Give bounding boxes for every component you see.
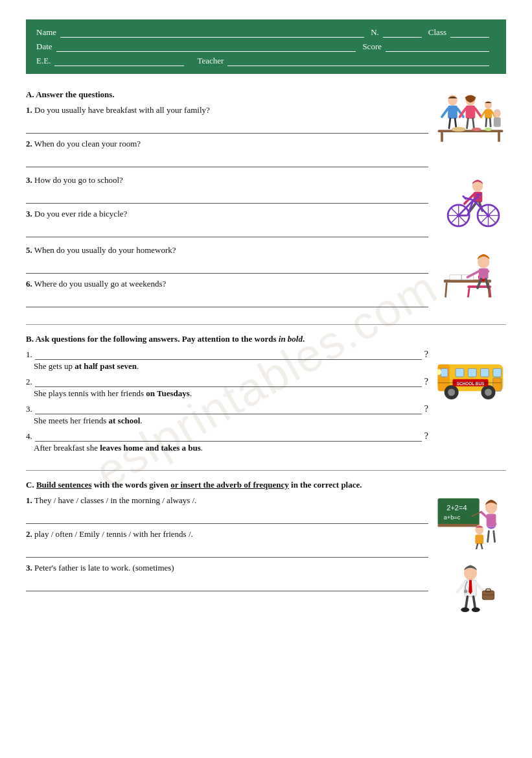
c-q2-text: 2. play / often / Emily / tennis / with … bbox=[26, 529, 428, 539]
divider-bc bbox=[26, 470, 506, 471]
b-num-1: 1. bbox=[26, 349, 32, 360]
doctor-illustration bbox=[435, 562, 506, 616]
svg-rect-22 bbox=[498, 132, 500, 142]
svg-rect-72 bbox=[493, 368, 502, 377]
svg-rect-19 bbox=[494, 117, 501, 127]
b-qmark-4: ? bbox=[424, 431, 428, 442]
question-a4: 3. Do you ever ride a bicycle? bbox=[26, 209, 428, 219]
svg-line-4 bbox=[449, 119, 450, 128]
svg-rect-13 bbox=[485, 109, 492, 119]
b-num-3: 3. bbox=[26, 404, 32, 414]
svg-rect-20 bbox=[438, 130, 503, 132]
svg-point-24 bbox=[472, 128, 481, 131]
answer-line-a1 bbox=[26, 122, 428, 134]
svg-rect-70 bbox=[468, 368, 476, 377]
svg-line-17 bbox=[490, 119, 491, 126]
question-a6: 6. Where do you usually go at weekends? bbox=[26, 279, 428, 289]
svg-point-107 bbox=[472, 607, 480, 611]
svg-line-99 bbox=[457, 583, 465, 592]
b-item-3: 3. ? She meets her friends at school. bbox=[26, 404, 428, 426]
b-item-2: 2. ? She plays tennis with her friends o… bbox=[26, 377, 428, 399]
answer-line-a2 bbox=[26, 156, 428, 167]
b-answer-3: She meets her friends at school. bbox=[26, 416, 428, 426]
svg-text:SCHOOL BUS: SCHOOL BUS bbox=[457, 381, 485, 386]
b-answer-1: She gets up at half past seven. bbox=[26, 361, 428, 372]
class-label: Class bbox=[428, 27, 446, 38]
svg-line-105 bbox=[474, 597, 476, 608]
svg-rect-83 bbox=[438, 524, 480, 527]
section-c-adverb: or insert the adverb of frequency bbox=[170, 480, 289, 490]
svg-point-25 bbox=[485, 128, 492, 131]
svg-line-92 bbox=[494, 531, 495, 542]
b-qmark-1: ? bbox=[424, 349, 428, 360]
svg-line-5 bbox=[455, 119, 456, 128]
q-num: 2. bbox=[26, 139, 32, 148]
score-label: Score bbox=[362, 41, 382, 52]
svg-rect-82 bbox=[438, 499, 480, 525]
b-qmark-2: ? bbox=[424, 377, 428, 387]
svg-point-78 bbox=[437, 369, 441, 375]
ee-label: E.E. bbox=[36, 56, 51, 66]
b-num-4: 4. bbox=[26, 431, 32, 442]
svg-line-14 bbox=[481, 112, 485, 117]
svg-point-106 bbox=[461, 607, 469, 611]
svg-line-2 bbox=[442, 108, 448, 117]
c-q3-text: 3. Peter's father is late to work. (some… bbox=[26, 563, 428, 573]
teacher-illustration: 2+2=4 a+b=c bbox=[435, 495, 506, 549]
c-answer-line-1 bbox=[26, 512, 428, 524]
svg-point-108 bbox=[464, 589, 468, 593]
section-b: B. Ask questions for the following answe… bbox=[26, 334, 506, 458]
svg-rect-69 bbox=[456, 368, 464, 377]
svg-line-96 bbox=[481, 544, 483, 549]
b-answer-2: She plays tennis with her friends on Tue… bbox=[26, 388, 428, 399]
section-a: A. Answer the questions. 1. Do you usual… bbox=[26, 89, 506, 313]
c-images: 2+2=4 a+b=c bbox=[435, 495, 506, 615]
svg-line-10 bbox=[467, 119, 468, 128]
header-box: Name N. Class Date Score E.E. Teacher bbox=[26, 19, 506, 74]
c-item-3: 3. Peter's father is late to work. (some… bbox=[26, 563, 428, 591]
section-c-title: C. Build sentences with the words given … bbox=[26, 480, 506, 490]
b-item-4: 4. ? After breakfast she leaves home and… bbox=[26, 431, 428, 453]
c-answer-line-2 bbox=[26, 546, 428, 558]
svg-rect-1 bbox=[448, 106, 457, 119]
svg-text:a+b=c: a+b=c bbox=[444, 514, 461, 521]
homework-illustration bbox=[435, 245, 506, 302]
c-answer-line-3 bbox=[26, 580, 428, 591]
n-label: N. bbox=[371, 27, 379, 38]
b-questions: 1. ? She gets up at half past seven. 2. … bbox=[26, 349, 428, 458]
c-item-1: 1. They / have / classes / in the mornin… bbox=[26, 495, 428, 524]
svg-line-16 bbox=[486, 119, 487, 126]
section-b-title-start: B. Ask questions for the following answe… bbox=[26, 334, 279, 344]
question-a3: 3. How do you go to school? bbox=[26, 175, 428, 185]
answer-line-a3 bbox=[26, 192, 428, 204]
svg-rect-21 bbox=[441, 132, 443, 142]
divider-ab bbox=[26, 324, 506, 325]
family-illustration bbox=[435, 89, 506, 146]
svg-line-48 bbox=[463, 196, 467, 200]
svg-line-9 bbox=[475, 108, 481, 117]
svg-rect-7 bbox=[466, 106, 476, 119]
b-num-2: 2. bbox=[26, 377, 32, 387]
svg-rect-94 bbox=[475, 535, 483, 545]
c-questions: 1. They / have / classes / in the mornin… bbox=[26, 495, 428, 597]
section-a-title: A. Answer the questions. bbox=[26, 89, 428, 100]
answer-line-a5 bbox=[26, 262, 428, 274]
section-c: C. Build sentences with the words given … bbox=[26, 480, 506, 615]
section-b-title-end: . bbox=[303, 334, 305, 344]
svg-line-91 bbox=[488, 531, 489, 542]
teacher-label: Teacher bbox=[197, 56, 224, 66]
bus-illustration: SCHOOL BUS bbox=[435, 349, 506, 406]
svg-line-100 bbox=[476, 583, 483, 592]
svg-point-75 bbox=[448, 389, 455, 396]
question-a5: 5. When do you usually do your homework? bbox=[26, 245, 428, 255]
answer-line-a6 bbox=[26, 296, 428, 307]
svg-point-23 bbox=[452, 127, 466, 132]
bicycle-illustration bbox=[435, 175, 506, 231]
section-c-build: Build sentences bbox=[36, 480, 92, 490]
svg-line-55 bbox=[446, 283, 447, 298]
b-qmark-3: ? bbox=[424, 404, 428, 414]
c-item-2: 2. play / often / Emily / tennis / with … bbox=[26, 529, 428, 558]
svg-line-52 bbox=[468, 288, 469, 298]
b-item-1: 1. ? She gets up at half past seven. bbox=[26, 349, 428, 372]
question-a2: 2. When do you clean your room? bbox=[26, 139, 428, 149]
